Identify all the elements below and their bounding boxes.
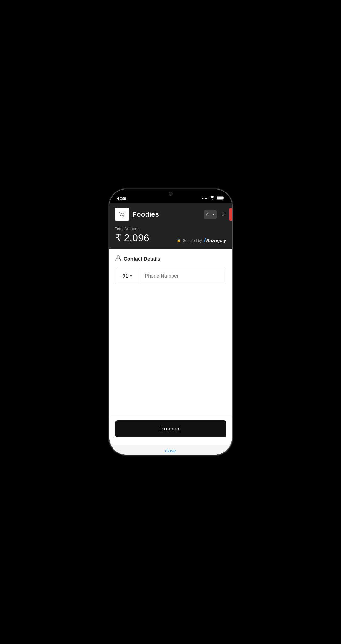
contact-details-title: Contact Details <box>124 256 160 262</box>
razorpay-logo: / Razorpay <box>204 237 226 244</box>
white-body: Contact Details +91 ▾ <box>109 249 232 455</box>
chevron-down-icon: ▾ <box>130 274 132 278</box>
notch <box>151 189 190 199</box>
country-code-selector[interactable]: +91 ▾ <box>115 268 140 284</box>
bottom-section: Proceed <box>109 415 232 445</box>
close-link[interactable]: close <box>165 448 176 453</box>
camera <box>169 192 173 196</box>
contact-details-section: Contact Details +91 ▾ <box>115 255 226 284</box>
amount-row: Total Amount ₹ 2,096 🔒 Secured by / Razo… <box>115 226 226 244</box>
razorpay-slash-icon: / <box>204 237 205 244</box>
main-content: Contact Details +91 ▾ <box>109 249 232 415</box>
wifi-icon <box>210 196 215 201</box>
merchant-name: Foodies <box>133 210 159 219</box>
status-bar: 4:39 •••• <box>109 189 232 203</box>
red-tab <box>229 208 232 221</box>
status-icons: •••• <box>202 196 224 201</box>
razorpay-text: Razorpay <box>206 238 226 243</box>
close-link-row: close <box>109 445 232 455</box>
header-actions: A ▾ × <box>204 210 226 219</box>
phone-frame: 4:39 •••• <box>109 189 232 455</box>
proceed-button[interactable]: Proceed <box>115 420 226 437</box>
close-button[interactable]: × <box>220 210 226 219</box>
payment-header: Shop Bay Foodies A ▾ × <box>109 203 232 249</box>
lock-icon: 🔒 <box>177 238 181 242</box>
total-amount-value: ₹ 2,096 <box>115 232 149 244</box>
translate-button[interactable]: A ▾ <box>204 210 217 219</box>
svg-point-4 <box>117 256 119 258</box>
signal-icon: •••• <box>202 197 207 200</box>
section-title-row: Contact Details <box>115 255 226 263</box>
screen: 4:39 •••• <box>109 189 232 455</box>
status-time: 4:39 <box>117 196 127 201</box>
battery-icon <box>217 196 224 201</box>
phone-input-wrapper: +91 ▾ <box>115 268 226 284</box>
phone-number-input[interactable] <box>140 268 226 284</box>
svg-rect-1 <box>223 197 224 198</box>
merchant-logo: Shop Bay <box>115 208 129 221</box>
total-amount-label: Total Amount <box>115 226 149 231</box>
secured-by: 🔒 Secured by / Razorpay <box>177 237 226 244</box>
person-icon <box>115 255 121 263</box>
svg-text:A: A <box>206 213 209 216</box>
country-code-text: +91 <box>120 273 128 279</box>
svg-rect-2 <box>217 197 223 199</box>
secured-by-label: Secured by <box>183 238 202 243</box>
merchant-info: Shop Bay Foodies <box>115 208 159 221</box>
